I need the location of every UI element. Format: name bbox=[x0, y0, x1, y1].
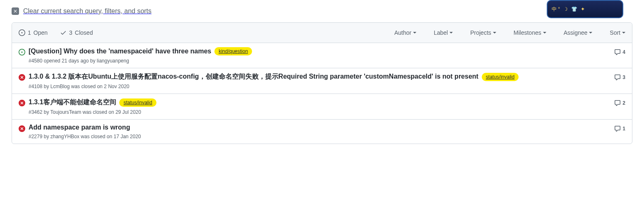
comments-count: 2 bbox=[622, 100, 625, 106]
chevron-down-icon bbox=[493, 32, 496, 34]
shirt-icon: 👕 bbox=[571, 6, 577, 12]
label-filter[interactable]: Label bbox=[434, 29, 453, 36]
chevron-down-icon bbox=[589, 32, 592, 34]
issue-author-link[interactable]: liangyuanpeng bbox=[97, 58, 129, 64]
issue-meta: #3462 by ToujoursTeam was closed on 29 J… bbox=[29, 109, 608, 115]
closed-issues-tab[interactable]: 3 Closed bbox=[60, 29, 93, 36]
issue-label[interactable]: status/invalid bbox=[482, 73, 519, 81]
issue-label[interactable]: status/invalid bbox=[119, 98, 156, 107]
assignee-filter[interactable]: Assignee bbox=[564, 29, 593, 36]
comments-link[interactable]: 4 bbox=[614, 49, 625, 55]
issue-title-link[interactable]: [Question] Why does the 'namespaceid' ha… bbox=[29, 48, 211, 55]
close-icon bbox=[12, 7, 19, 15]
issue-row: 1.3.0 & 1.3.2 版本在Ubuntu上使用服务配置nacos-conf… bbox=[12, 68, 632, 94]
open-count: 1 bbox=[28, 29, 31, 36]
issue-closed-icon bbox=[19, 72, 29, 89]
issue-author-link[interactable]: LcmBlog bbox=[50, 84, 70, 89]
issues-toolbar: 1 Open 3 Closed Author Label Projects Mi… bbox=[12, 23, 632, 43]
issues-list: 1 Open 3 Closed Author Label Projects Mi… bbox=[12, 22, 632, 144]
issue-closed-icon bbox=[19, 124, 29, 139]
issue-author-link[interactable]: zhangYHBox bbox=[50, 134, 79, 139]
comments-count: 1 bbox=[622, 126, 625, 132]
issue-row: [Question] Why does the 'namespaceid' ha… bbox=[12, 43, 632, 68]
issue-main: Add namespace param is wrong#2279 by zha… bbox=[29, 124, 614, 139]
projects-filter[interactable]: Projects bbox=[470, 29, 496, 36]
check-icon bbox=[60, 29, 67, 36]
issue-title-link[interactable]: 1.3.0 & 1.3.2 版本在Ubuntu上使用服务配置nacos-conf… bbox=[29, 73, 478, 80]
issue-closed-icon bbox=[19, 98, 29, 115]
issue-meta: #4108 by LcmBlog was closed on 2 Nov 202… bbox=[29, 84, 608, 89]
issue-open-icon bbox=[19, 29, 25, 36]
issue-author-link[interactable]: ToujoursTeam bbox=[50, 109, 82, 115]
issue-main: [Question] Why does the 'namespaceid' ha… bbox=[29, 47, 614, 64]
moon-icon: ☽ bbox=[563, 6, 568, 12]
browser-extension-widget: 中 ° ☽ 👕 ✦ bbox=[547, 0, 623, 18]
issue-title-link[interactable]: Add namespace param is wrong bbox=[29, 124, 130, 131]
closed-label: Closed bbox=[75, 29, 93, 36]
issue-row: Add namespace param is wrong#2279 by zha… bbox=[12, 119, 632, 144]
issue-meta: #2279 by zhangYHBox was closed on 17 Jan… bbox=[29, 134, 608, 139]
comments-link[interactable]: 2 bbox=[614, 100, 625, 106]
issue-label[interactable]: kind/question bbox=[214, 47, 252, 55]
comments-count: 4 bbox=[622, 49, 625, 55]
issue-open-icon bbox=[19, 47, 29, 64]
clear-search-text: Clear current search query, filters, and… bbox=[23, 7, 151, 15]
issue-row: 1.3.1客户端不能创建命名空间 status/invalid#3462 by … bbox=[12, 94, 632, 119]
author-filter[interactable]: Author bbox=[394, 29, 416, 36]
chevron-down-icon bbox=[543, 32, 546, 34]
comments-link[interactable]: 1 bbox=[614, 125, 625, 132]
milestones-filter[interactable]: Milestones bbox=[514, 29, 546, 36]
chevron-down-icon bbox=[449, 32, 453, 34]
issue-title-link[interactable]: 1.3.1客户端不能创建命名空间 bbox=[29, 98, 116, 106]
star-icon: ✦ bbox=[581, 6, 585, 12]
issue-main: 1.3.1客户端不能创建命名空间 status/invalid#3462 by … bbox=[29, 98, 614, 115]
closed-count: 3 bbox=[69, 29, 72, 36]
chevron-down-icon bbox=[622, 32, 625, 34]
comments-count: 3 bbox=[622, 74, 625, 80]
open-issues-tab[interactable]: 1 Open bbox=[19, 29, 48, 36]
issue-meta: #4580 opened 21 days ago by liangyuanpen… bbox=[29, 58, 608, 64]
issue-main: 1.3.0 & 1.3.2 版本在Ubuntu上使用服务配置nacos-conf… bbox=[29, 72, 614, 89]
comments-link[interactable]: 3 bbox=[614, 74, 625, 81]
chevron-down-icon bbox=[413, 32, 416, 34]
toy-text: 中 ° bbox=[552, 6, 560, 13]
sort-filter[interactable]: Sort bbox=[610, 29, 625, 36]
clear-search-link[interactable]: Clear current search query, filters, and… bbox=[12, 0, 632, 22]
open-label: Open bbox=[34, 29, 48, 36]
